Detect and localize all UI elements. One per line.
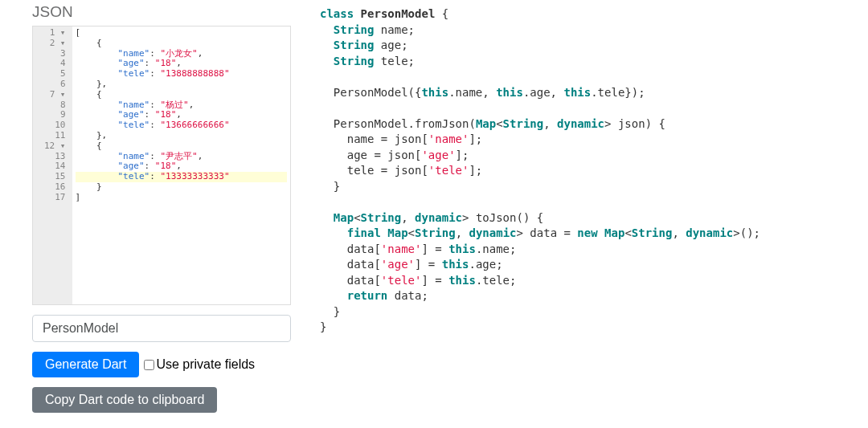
dart-line: String name; [320, 22, 868, 39]
gutter-line: 16 [44, 182, 66, 193]
dart-line: data['age'] = this.age; [320, 257, 868, 273]
dart-line: data['name'] = this.name; [320, 242, 868, 258]
dart-line [320, 100, 868, 116]
private-fields-checkbox-label[interactable]: Use private fields [144, 357, 255, 372]
dart-line: String age; [320, 38, 868, 54]
code-line[interactable]: "tele": "13333333333" [76, 172, 288, 182]
dart-line: PersonModel({this.name, this.age, this.t… [320, 85, 868, 101]
controls-row: Generate Dart Use private fields [32, 352, 291, 377]
dart-line: data['tele'] = this.tele; [320, 273, 868, 289]
gutter-line: 12 ▾ [44, 141, 66, 152]
copy-dart-button[interactable]: Copy Dart code to clipboard [32, 387, 217, 413]
gutter-line: 1 ▾ [44, 28, 66, 39]
generate-dart-button[interactable]: Generate Dart [32, 352, 139, 377]
json-editor[interactable]: 1 ▾2 ▾34567 ▾89101112 ▾1314151617 [ { "n… [32, 26, 291, 305]
gutter-line: 7 ▾ [44, 90, 66, 100]
dart-line [320, 194, 868, 210]
code-line[interactable]: [ [76, 28, 288, 39]
dart-line: age = json['age']; [320, 148, 868, 164]
classname-input[interactable] [32, 315, 291, 342]
dart-line: return data; [320, 288, 868, 304]
gutter: 1 ▾2 ▾34567 ▾89101112 ▾1314151617 [33, 26, 72, 304]
code-line[interactable]: ] [76, 193, 288, 203]
dart-output[interactable]: class PersonModel { String name; String … [320, 6, 868, 336]
dart-line [320, 69, 868, 85]
dart-line: } [320, 179, 868, 195]
gutter-line: 6 [44, 79, 66, 90]
dart-line: } [320, 320, 868, 336]
private-fields-checkbox[interactable] [144, 360, 154, 370]
dart-line: String tele; [320, 54, 868, 70]
left-panel: JSON 1 ▾2 ▾34567 ▾89101112 ▾1314151617 [… [0, 3, 291, 428]
dart-line: } [320, 304, 868, 320]
code-line[interactable]: }, [76, 131, 288, 141]
code-line[interactable]: }, [76, 79, 288, 90]
code-line[interactable]: } [76, 182, 288, 193]
right-panel: class PersonModel { String name; String … [291, 3, 868, 428]
gutter-line: 2 ▾ [44, 39, 66, 49]
dart-line: final Map<String, dynamic> data = new Ma… [320, 226, 868, 242]
json-heading: JSON [32, 3, 291, 21]
private-fields-text: Use private fields [156, 357, 255, 372]
gutter-line: 11 [44, 131, 66, 141]
dart-line: class PersonModel { [320, 6, 868, 22]
dart-line: name = json['name']; [320, 132, 868, 148]
code-area[interactable]: [ { "name": "小龙女", "age": "18", "tele": … [72, 26, 291, 304]
dart-line: tele = json['tele']; [320, 163, 868, 179]
dart-line: Map<String, dynamic> toJson() { [320, 210, 868, 226]
gutter-line: 17 [44, 193, 66, 203]
dart-line: PersonModel.fromJson(Map<String, dynamic… [320, 116, 868, 132]
